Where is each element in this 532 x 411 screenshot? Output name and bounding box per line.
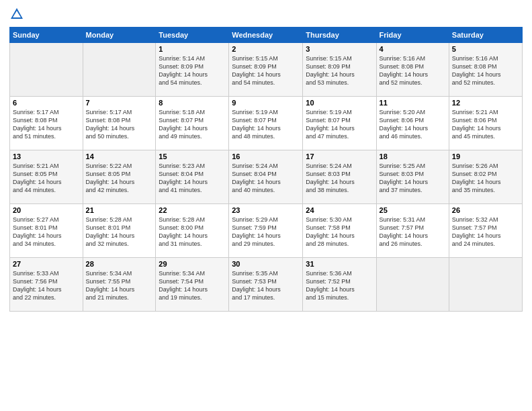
cell-text: Sunrise: 5:19 AM Sunset: 8:07 PM Dayligh… bbox=[306, 108, 373, 141]
calendar-header-row: SundayMondayTuesdayWednesdayThursdayFrid… bbox=[10, 28, 523, 43]
cell-text: Sunrise: 5:24 AM Sunset: 8:03 PM Dayligh… bbox=[306, 162, 373, 195]
calendar-cell: 25Sunrise: 5:31 AM Sunset: 7:57 PM Dayli… bbox=[376, 204, 449, 258]
day-number: 7 bbox=[86, 99, 153, 107]
day-number: 20 bbox=[13, 206, 80, 214]
calendar-cell: 13Sunrise: 5:21 AM Sunset: 8:05 PM Dayli… bbox=[10, 150, 83, 204]
day-number: 27 bbox=[13, 260, 80, 268]
day-number: 11 bbox=[380, 99, 446, 107]
cell-text: Sunrise: 5:23 AM Sunset: 8:04 PM Dayligh… bbox=[159, 162, 226, 195]
cell-text: Sunrise: 5:22 AM Sunset: 8:05 PM Dayligh… bbox=[86, 162, 153, 195]
cell-text: Sunrise: 5:29 AM Sunset: 7:59 PM Dayligh… bbox=[232, 216, 300, 248]
day-number: 5 bbox=[452, 45, 519, 53]
calendar-header-monday: Monday bbox=[83, 28, 156, 43]
calendar-cell: 6Sunrise: 5:17 AM Sunset: 8:08 PM Daylig… bbox=[10, 97, 83, 150]
calendar-cell: 30Sunrise: 5:35 AM Sunset: 7:53 PM Dayli… bbox=[229, 258, 303, 312]
calendar-week-row: 27Sunrise: 5:33 AM Sunset: 7:56 PM Dayli… bbox=[10, 258, 523, 312]
cell-text: Sunrise: 5:32 AM Sunset: 7:57 PM Dayligh… bbox=[452, 216, 519, 248]
cell-text: Sunrise: 5:34 AM Sunset: 7:54 PM Dayligh… bbox=[159, 269, 226, 302]
cell-text: Sunrise: 5:16 AM Sunset: 8:08 PM Dayligh… bbox=[452, 54, 519, 87]
day-number: 17 bbox=[306, 152, 373, 161]
cell-text: Sunrise: 5:28 AM Sunset: 8:00 PM Dayligh… bbox=[159, 216, 226, 248]
day-number: 9 bbox=[232, 99, 300, 107]
cell-text: Sunrise: 5:20 AM Sunset: 8:06 PM Dayligh… bbox=[380, 108, 446, 141]
calendar-cell: 9Sunrise: 5:19 AM Sunset: 8:07 PM Daylig… bbox=[229, 97, 303, 150]
day-number: 23 bbox=[232, 206, 300, 214]
day-number: 2 bbox=[232, 45, 300, 53]
cell-text: Sunrise: 5:35 AM Sunset: 7:53 PM Dayligh… bbox=[232, 269, 300, 302]
page: SundayMondayTuesdayWednesdayThursdayFrid… bbox=[0, 0, 532, 411]
cell-text: Sunrise: 5:19 AM Sunset: 8:07 PM Dayligh… bbox=[232, 108, 300, 141]
day-number: 22 bbox=[159, 206, 226, 214]
calendar-cell: 5Sunrise: 5:16 AM Sunset: 8:08 PM Daylig… bbox=[449, 43, 522, 97]
cell-text: Sunrise: 5:31 AM Sunset: 7:57 PM Dayligh… bbox=[380, 216, 446, 248]
calendar-cell: 31Sunrise: 5:36 AM Sunset: 7:52 PM Dayli… bbox=[303, 258, 376, 312]
logo-icon bbox=[9, 7, 24, 21]
logo bbox=[9, 7, 27, 21]
calendar-cell: 18Sunrise: 5:25 AM Sunset: 8:03 PM Dayli… bbox=[376, 150, 449, 204]
calendar-cell: 1Sunrise: 5:14 AM Sunset: 8:09 PM Daylig… bbox=[156, 43, 229, 97]
day-number: 10 bbox=[306, 99, 373, 107]
cell-text: Sunrise: 5:14 AM Sunset: 8:09 PM Dayligh… bbox=[159, 54, 226, 87]
calendar-header-friday: Friday bbox=[376, 28, 449, 43]
cell-text: Sunrise: 5:30 AM Sunset: 7:58 PM Dayligh… bbox=[306, 216, 373, 248]
calendar-cell: 8Sunrise: 5:18 AM Sunset: 8:07 PM Daylig… bbox=[156, 97, 229, 150]
day-number: 21 bbox=[86, 206, 153, 214]
cell-text: Sunrise: 5:24 AM Sunset: 8:04 PM Dayligh… bbox=[232, 162, 300, 195]
calendar-header-thursday: Thursday bbox=[303, 28, 376, 43]
calendar-cell bbox=[449, 258, 522, 312]
calendar-week-row: 13Sunrise: 5:21 AM Sunset: 8:05 PM Dayli… bbox=[10, 150, 523, 204]
day-number: 15 bbox=[159, 152, 226, 161]
day-number: 1 bbox=[159, 45, 226, 53]
day-number: 4 bbox=[380, 45, 446, 53]
calendar-cell: 16Sunrise: 5:24 AM Sunset: 8:04 PM Dayli… bbox=[229, 150, 303, 204]
calendar-cell: 20Sunrise: 5:27 AM Sunset: 8:01 PM Dayli… bbox=[10, 204, 83, 258]
cell-text: Sunrise: 5:36 AM Sunset: 7:52 PM Dayligh… bbox=[306, 269, 373, 302]
calendar-cell: 3Sunrise: 5:15 AM Sunset: 8:09 PM Daylig… bbox=[303, 43, 376, 97]
calendar-cell: 23Sunrise: 5:29 AM Sunset: 7:59 PM Dayli… bbox=[229, 204, 303, 258]
day-number: 24 bbox=[306, 206, 373, 214]
day-number: 25 bbox=[380, 206, 446, 214]
calendar-cell: 24Sunrise: 5:30 AM Sunset: 7:58 PM Dayli… bbox=[303, 204, 376, 258]
day-number: 30 bbox=[232, 260, 300, 268]
day-number: 18 bbox=[380, 152, 446, 161]
day-number: 3 bbox=[306, 45, 373, 53]
day-number: 16 bbox=[232, 152, 300, 161]
cell-text: Sunrise: 5:18 AM Sunset: 8:07 PM Dayligh… bbox=[159, 108, 226, 141]
calendar-cell: 10Sunrise: 5:19 AM Sunset: 8:07 PM Dayli… bbox=[303, 97, 376, 150]
calendar-cell: 22Sunrise: 5:28 AM Sunset: 8:00 PM Dayli… bbox=[156, 204, 229, 258]
calendar-week-row: 20Sunrise: 5:27 AM Sunset: 8:01 PM Dayli… bbox=[10, 204, 523, 258]
cell-text: Sunrise: 5:33 AM Sunset: 7:56 PM Dayligh… bbox=[13, 269, 80, 302]
calendar-header-tuesday: Tuesday bbox=[156, 28, 229, 43]
calendar-cell: 17Sunrise: 5:24 AM Sunset: 8:03 PM Dayli… bbox=[303, 150, 376, 204]
calendar-cell bbox=[376, 258, 449, 312]
calendar-cell: 15Sunrise: 5:23 AM Sunset: 8:04 PM Dayli… bbox=[156, 150, 229, 204]
cell-text: Sunrise: 5:15 AM Sunset: 8:09 PM Dayligh… bbox=[306, 54, 373, 87]
header bbox=[9, 7, 523, 21]
day-number: 6 bbox=[13, 99, 80, 107]
calendar-cell: 27Sunrise: 5:33 AM Sunset: 7:56 PM Dayli… bbox=[10, 258, 83, 312]
cell-text: Sunrise: 5:27 AM Sunset: 8:01 PM Dayligh… bbox=[13, 216, 80, 248]
calendar-cell: 11Sunrise: 5:20 AM Sunset: 8:06 PM Dayli… bbox=[376, 97, 449, 150]
calendar-table: SundayMondayTuesdayWednesdayThursdayFrid… bbox=[9, 27, 523, 312]
calendar-cell: 28Sunrise: 5:34 AM Sunset: 7:55 PM Dayli… bbox=[83, 258, 156, 312]
cell-text: Sunrise: 5:16 AM Sunset: 8:08 PM Dayligh… bbox=[380, 54, 446, 87]
cell-text: Sunrise: 5:28 AM Sunset: 8:01 PM Dayligh… bbox=[86, 216, 153, 248]
cell-text: Sunrise: 5:21 AM Sunset: 8:05 PM Dayligh… bbox=[13, 162, 80, 195]
calendar-cell: 21Sunrise: 5:28 AM Sunset: 8:01 PM Dayli… bbox=[83, 204, 156, 258]
cell-text: Sunrise: 5:25 AM Sunset: 8:03 PM Dayligh… bbox=[380, 162, 446, 195]
cell-text: Sunrise: 5:26 AM Sunset: 8:02 PM Dayligh… bbox=[452, 162, 519, 195]
cell-text: Sunrise: 5:15 AM Sunset: 8:09 PM Dayligh… bbox=[232, 54, 300, 87]
day-number: 29 bbox=[159, 260, 226, 268]
day-number: 14 bbox=[86, 152, 153, 161]
day-number: 8 bbox=[159, 99, 226, 107]
calendar-header-saturday: Saturday bbox=[449, 28, 522, 43]
cell-text: Sunrise: 5:21 AM Sunset: 8:06 PM Dayligh… bbox=[452, 108, 519, 141]
day-number: 31 bbox=[306, 260, 373, 268]
calendar-cell: 2Sunrise: 5:15 AM Sunset: 8:09 PM Daylig… bbox=[229, 43, 303, 97]
calendar-week-row: 6Sunrise: 5:17 AM Sunset: 8:08 PM Daylig… bbox=[10, 97, 523, 150]
day-number: 12 bbox=[452, 99, 519, 107]
cell-text: Sunrise: 5:17 AM Sunset: 8:08 PM Dayligh… bbox=[13, 108, 80, 141]
calendar-cell: 7Sunrise: 5:17 AM Sunset: 8:08 PM Daylig… bbox=[83, 97, 156, 150]
calendar-cell: 19Sunrise: 5:26 AM Sunset: 8:02 PM Dayli… bbox=[449, 150, 522, 204]
day-number: 13 bbox=[13, 152, 80, 161]
